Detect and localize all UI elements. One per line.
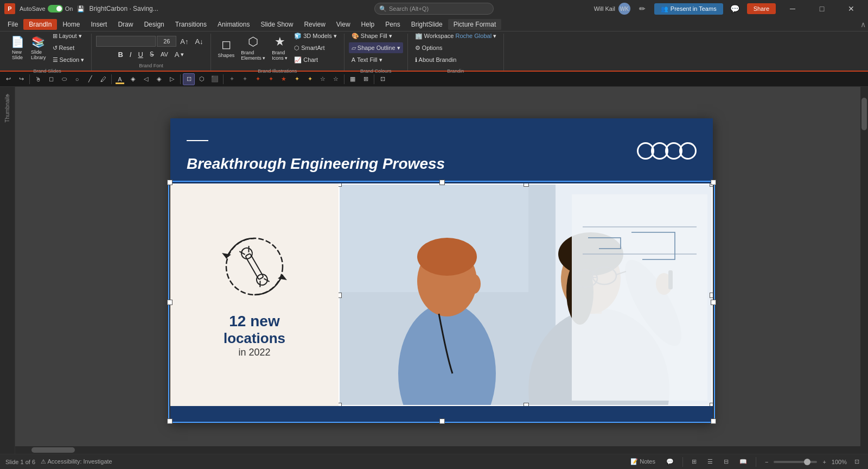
handle-tl[interactable] — [339, 183, 342, 187]
outline-view-button[interactable]: ☰ — [704, 457, 716, 466]
layout-button[interactable]: ⊞ Layout ▾ — [50, 30, 87, 41]
minimize-button[interactable]: ─ — [780, 0, 805, 17]
char-spacing-button[interactable]: AV — [158, 49, 171, 60]
zoom-out-button[interactable]: − — [762, 458, 771, 466]
strikethrough-button[interactable]: S̶ — [147, 49, 157, 60]
fill-color-button[interactable]: A — [114, 73, 126, 85]
slide-sorter-button[interactable]: ⊟ — [720, 457, 732, 466]
ribbon-collapse-button[interactable]: ∧ — [860, 20, 866, 29]
circle-button[interactable]: ○ — [71, 73, 83, 85]
reset-button[interactable]: ↺ Reset — [50, 42, 87, 53]
search-box[interactable]: 🔍 Search (Alt+Q) — [374, 3, 494, 15]
notes-button[interactable]: 📝 Notes — [627, 457, 659, 466]
menu-insert[interactable]: Insert — [85, 19, 112, 30]
smartart-button[interactable]: ⬡ SmartArt — [291, 42, 340, 53]
workspace-button[interactable]: 🏢 Workspace Roche Global ▾ — [412, 30, 499, 41]
maximize-button[interactable]: □ — [809, 0, 834, 17]
handle-tr[interactable] — [710, 183, 713, 187]
menu-brandin[interactable]: BrandIn — [23, 19, 57, 30]
crop-button[interactable]: ⊡ — [183, 73, 195, 85]
menu-draw[interactable]: Draw — [112, 19, 138, 30]
vertical-scrollbar[interactable] — [860, 87, 868, 454]
zoom-slider-thumb[interactable] — [804, 459, 810, 465]
undo-button[interactable]: ↩ — [2, 73, 14, 85]
handle-bl[interactable] — [339, 403, 342, 406]
section-button[interactable]: ☰ Section ▾ — [50, 54, 87, 65]
text-fill-button[interactable]: A Text Fill ▾ — [349, 54, 403, 65]
italic-button[interactable]: I — [127, 49, 135, 60]
handle-tm[interactable] — [524, 183, 529, 187]
normal-view-button[interactable]: ⊞ — [688, 457, 700, 466]
shape-fill-toolbar-button[interactable]: ◈ — [127, 73, 139, 85]
shapes-button[interactable]: ◻ Shapes — [215, 36, 238, 60]
shape-outline-button[interactable]: ▱ Shape Outline ▾ — [349, 42, 403, 53]
align-center-button[interactable]: ◈ — [153, 73, 165, 85]
menu-animations[interactable]: Animations — [212, 19, 255, 30]
menu-home[interactable]: Home — [57, 19, 85, 30]
menu-transitions[interactable]: Transitions — [170, 19, 212, 30]
font-name-input[interactable] — [96, 36, 156, 47]
horizontal-scrollbar[interactable] — [15, 446, 860, 454]
pen-button[interactable]: 🖊 — [97, 73, 109, 85]
star7-button[interactable]: ✦ — [304, 73, 316, 85]
star3-button[interactable]: ✦ — [252, 73, 264, 85]
select-button[interactable]: 🖱 — [32, 73, 44, 85]
bold-button[interactable]: B — [115, 49, 125, 60]
menu-help[interactable]: Help — [356, 19, 380, 30]
scrollbar-thumb[interactable] — [861, 98, 867, 130]
font-decrease-button[interactable]: A↓ — [192, 36, 206, 47]
menu-review[interactable]: Review — [298, 19, 330, 30]
brand-icons-button[interactable]: ★ BrandIcons ▾ — [269, 33, 290, 62]
star1-button[interactable]: ✦ — [226, 73, 238, 85]
redo-button[interactable]: ↪ — [15, 73, 27, 85]
edit-icon[interactable]: ✏ — [635, 1, 650, 16]
star4-button[interactable]: ✦ — [265, 73, 277, 85]
view-options-button[interactable]: ⊞ — [360, 73, 372, 85]
rectangle-button[interactable]: ◻ — [45, 73, 57, 85]
underline-button[interactable]: U — [135, 49, 145, 60]
star-outline2-button[interactable]: ☆ — [330, 73, 342, 85]
star6-button[interactable]: ✦ — [291, 73, 303, 85]
grid-button[interactable]: ⬛ — [209, 73, 221, 85]
3d-models-button[interactable]: 🧊 3D Models ▾ — [291, 30, 340, 41]
autosave-toggle[interactable] — [48, 5, 63, 12]
reading-view-button[interactable]: 📖 — [736, 457, 750, 466]
star-outline-button[interactable]: ☆ — [317, 73, 329, 85]
share-button[interactable]: Share — [747, 3, 776, 14]
close-button[interactable]: ✕ — [839, 0, 864, 17]
brand-elements-button[interactable]: ⬡ BrandElements ▾ — [238, 33, 268, 62]
align-right-button[interactable]: ▷ — [166, 73, 178, 85]
shape-fill-button[interactable]: 🎨 Shape Fill ▾ — [349, 30, 403, 41]
font-increase-button[interactable]: A↑ — [177, 36, 191, 47]
about-brandin-button[interactable]: ℹ About Brandin — [412, 54, 499, 65]
menu-design[interactable]: Design — [138, 19, 169, 30]
ellipse-button[interactable]: ⬭ — [58, 73, 70, 85]
zoom-in-button[interactable]: + — [819, 458, 829, 466]
comments-status-button[interactable]: 💬 — [663, 457, 677, 466]
align-left-button[interactable]: ◁ — [140, 73, 152, 85]
menu-pens[interactable]: Pens — [380, 19, 405, 30]
star2-button[interactable]: ✦ — [239, 73, 251, 85]
menu-slideshow[interactable]: Slide Show — [255, 19, 298, 30]
menu-pictureformat[interactable]: Picture Format — [448, 19, 502, 30]
more-options-button[interactable]: ⬡ — [196, 73, 208, 85]
options-button[interactable]: ⚙ Options — [412, 42, 499, 53]
new-slide-button[interactable]: 📄 NewSlide — [8, 34, 27, 62]
zoom-slider[interactable] — [774, 461, 817, 463]
star5-button[interactable]: ★ — [278, 73, 290, 85]
handle-ml[interactable] — [339, 293, 342, 298]
handle-bm[interactable] — [524, 403, 529, 406]
extra-btn1[interactable]: ⊡ — [376, 73, 388, 85]
handle-mr[interactable] — [710, 293, 713, 298]
format-button[interactable]: ▦ — [347, 73, 359, 85]
menu-brightslide[interactable]: BrightSlide — [406, 19, 448, 30]
handle-br[interactable] — [710, 403, 713, 406]
present-teams-button[interactable]: 👥 Present in Teams — [654, 3, 723, 15]
chart-button[interactable]: 📈 Chart — [291, 54, 340, 65]
font-size-input[interactable] — [157, 36, 176, 47]
fit-slide-button[interactable]: ⊡ — [851, 457, 863, 466]
comment-icon[interactable]: 💬 — [727, 1, 743, 16]
font-color-button[interactable]: A ▾ — [172, 49, 187, 60]
slide-library-button[interactable]: 📚 SlideLibrary — [28, 34, 49, 62]
h-scrollbar-thumb[interactable] — [31, 447, 75, 453]
